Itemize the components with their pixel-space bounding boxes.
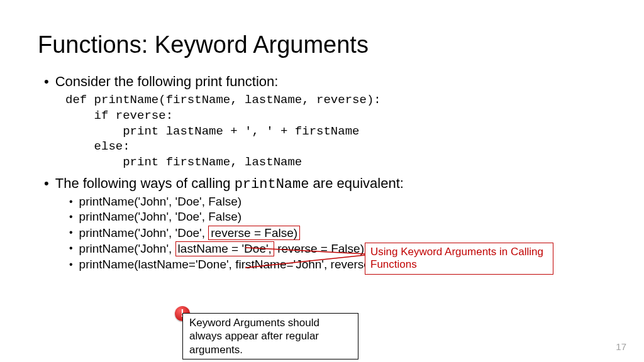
highlight-lastname-doe: lastName = 'Doe',	[175, 241, 274, 256]
call-text: printName('John', 'Doe', reverse = False…	[79, 226, 300, 241]
text-post: are equivalent:	[309, 175, 403, 191]
slide-title: Functions: Keyword Arguments	[38, 31, 606, 58]
note-keyword-order: Keyword Arguments should always appear a…	[182, 313, 358, 359]
slide: Functions: Keyword Arguments • Consider …	[0, 0, 644, 362]
bullet-text: The following ways of calling printName …	[55, 175, 404, 192]
call-example-1: • printName('John', 'Doe', False)	[69, 195, 606, 209]
code-inline-printname: printName	[235, 177, 309, 192]
call-text: printName('John', 'Doe', False)	[79, 210, 242, 224]
call-post: reverse = False)	[274, 242, 364, 255]
bullet-consider: • Consider the following print function:	[44, 74, 606, 90]
code-block-def: def printName(firstName, lastName, rever…	[65, 92, 606, 170]
page-number: 17	[616, 341, 626, 352]
call-text: printName('John', 'Doe', False)	[79, 195, 242, 209]
call-text: printName('John', lastName = 'Doe', reve…	[79, 241, 364, 256]
bullet-text: Consider the following print function:	[55, 74, 279, 90]
call-pre: printName('John',	[79, 242, 175, 255]
callout-keyword-args: Using Keyword Arguments in Calling Funct…	[365, 243, 553, 275]
bullet-dot: •	[69, 241, 73, 256]
text-pre: The following ways of calling	[55, 175, 235, 191]
bullet-dot: •	[69, 258, 73, 272]
call-example-2: • printName('John', 'Doe', False)	[69, 210, 606, 224]
call-pre: printName('John', 'Doe',	[79, 226, 209, 239]
bullet-dot: •	[69, 195, 73, 209]
call-example-3: • printName('John', 'Doe', reverse = Fal…	[69, 226, 606, 241]
call-text: printName(lastName='Done', firstName='Jo…	[79, 258, 411, 272]
bullet-dot: •	[44, 175, 49, 192]
bullet-dot: •	[69, 210, 73, 224]
highlight-reverse-false: reverse = False)	[208, 226, 300, 241]
bullet-dot: •	[69, 226, 73, 241]
bullet-equivalent: • The following ways of calling printNam…	[44, 175, 606, 192]
bullet-dot: •	[44, 74, 49, 90]
